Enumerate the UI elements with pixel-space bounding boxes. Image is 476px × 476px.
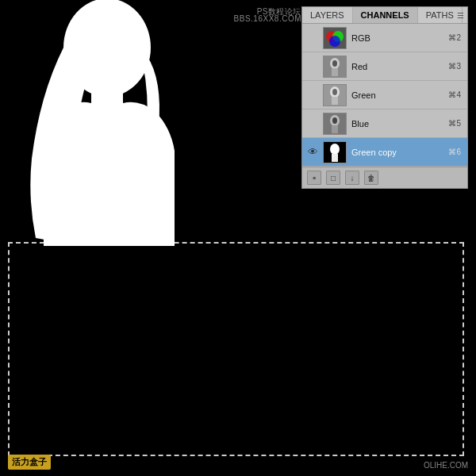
channel-row-rgb[interactable]: RGB ⌘2 bbox=[302, 24, 467, 52]
channel-row-blue[interactable]: Blue ⌘5 bbox=[302, 109, 467, 138]
channel-thumb-red bbox=[323, 56, 347, 78]
channel-name-blue: Blue bbox=[350, 119, 448, 129]
new-channel-circle-btn[interactable]: ⚬ bbox=[307, 171, 321, 185]
svg-rect-13 bbox=[332, 97, 338, 105]
svg-point-8 bbox=[332, 60, 337, 67]
channel-shortcut-red: ⌘3 bbox=[448, 62, 464, 71]
channel-list: RGB ⌘2 Red ⌘3 bbox=[302, 24, 467, 167]
svg-point-19 bbox=[330, 144, 340, 155]
channel-name-green: Green bbox=[350, 90, 448, 100]
channel-shortcut-blue: ⌘5 bbox=[448, 119, 464, 128]
svg-point-16 bbox=[332, 117, 337, 124]
selection-rectangle bbox=[8, 242, 464, 456]
svg-rect-20 bbox=[332, 154, 338, 162]
svg-point-5 bbox=[329, 36, 340, 47]
new-channel-btn[interactable]: ↓ bbox=[345, 171, 359, 185]
channel-name-rgb: RGB bbox=[350, 33, 448, 43]
channels-panel: LAYERS CHANNELS PATHS ☰ RGB ⌘2 bbox=[301, 6, 468, 189]
watermark-brand: 活力盒子 bbox=[8, 455, 51, 470]
channel-name-greencopy: Green copy bbox=[350, 148, 448, 157]
channel-shortcut-green: ⌘4 bbox=[448, 90, 464, 99]
panel-footer: ⚬ □ ↓ 🗑 bbox=[302, 167, 467, 188]
channel-shortcut-greencopy: ⌘6 bbox=[448, 148, 464, 156]
tab-layers[interactable]: LAYERS bbox=[302, 7, 353, 23]
channel-thumb-rgb bbox=[323, 27, 347, 49]
visibility-icon: 👁 bbox=[308, 146, 318, 158]
svg-rect-17 bbox=[332, 125, 338, 133]
tab-paths[interactable]: PATHS bbox=[418, 7, 463, 23]
silhouette bbox=[16, 0, 206, 246]
watermark-url: OLIHE.COM bbox=[424, 461, 468, 470]
canvas-area: PS数程论坛 BBS.16XX8.COM 活力盒子 OLIHE.COM LAYE… bbox=[0, 0, 476, 476]
channel-row-greencopy[interactable]: 👁 Green copy ⌘6 bbox=[302, 138, 467, 167]
delete-channel-btn[interactable]: 🗑 bbox=[364, 171, 378, 185]
panel-menu-icon[interactable]: ☰ bbox=[457, 11, 464, 20]
channel-row-green[interactable]: Green ⌘4 bbox=[302, 81, 467, 109]
svg-rect-9 bbox=[332, 68, 338, 76]
eye-col-greencopy: 👁 bbox=[305, 146, 320, 158]
panel-tab-bar: LAYERS CHANNELS PATHS ☰ bbox=[302, 7, 467, 24]
watermark-site-2: BBS.16XX8.COM bbox=[234, 14, 301, 23]
channel-thumb-green bbox=[323, 84, 347, 106]
tab-channels[interactable]: CHANNELS bbox=[353, 7, 418, 23]
channel-row-red[interactable]: Red ⌘3 bbox=[302, 52, 467, 81]
channel-name-red: Red bbox=[350, 62, 448, 71]
channel-shortcut-rgb: ⌘2 bbox=[448, 33, 464, 42]
channel-thumb-blue bbox=[323, 113, 347, 135]
svg-point-12 bbox=[332, 89, 337, 95]
save-selection-btn[interactable]: □ bbox=[326, 171, 340, 185]
channel-thumb-greencopy bbox=[323, 141, 347, 163]
